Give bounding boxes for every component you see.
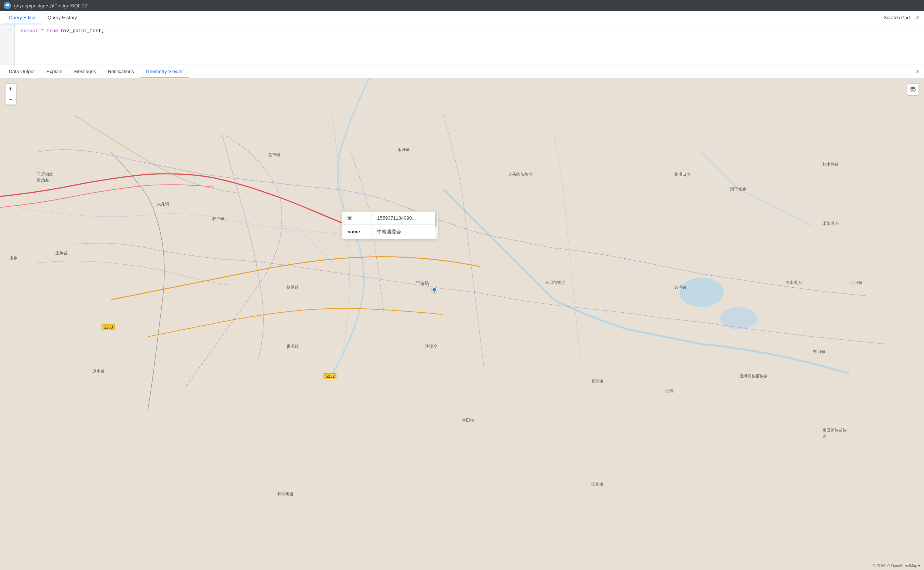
app-icon	[4, 2, 11, 9]
svg-point-4	[680, 277, 724, 307]
keyword-select: select	[21, 28, 38, 34]
map-popup: id 1559371184090... name 中寨居委会	[342, 211, 438, 239]
popup-scrollbar-thumb	[435, 212, 437, 227]
btab-messages[interactable]: Messages	[68, 65, 102, 78]
query-editor-panel: 1 select * from biz_point_test;	[0, 25, 924, 65]
scratch-pad-label[interactable]: Scratch Pad	[879, 15, 915, 20]
keyword-from: from	[46, 28, 58, 34]
zoom-out-button[interactable]: −	[6, 94, 16, 104]
geometry-viewer-close[interactable]: ×	[914, 67, 921, 75]
zoom-in-button[interactable]: +	[6, 84, 16, 94]
btab-data-output[interactable]: Data Output	[3, 65, 41, 78]
svg-rect-3	[0, 78, 924, 570]
popup-name-label: name	[342, 224, 372, 239]
btab-geometry-viewer[interactable]: Geometry Viewer	[140, 65, 189, 78]
map-marker[interactable]	[432, 287, 437, 293]
layers-icon	[910, 86, 916, 93]
tab-query-editor[interactable]: Query Editor	[3, 11, 42, 25]
attribution-text: © GDAL	[873, 564, 887, 568]
svg-point-5	[720, 307, 757, 329]
marker-dot	[432, 287, 437, 293]
btab-notifications[interactable]: Notifications	[102, 65, 140, 78]
popup-table: id 1559371184090... name 中寨居委会	[342, 211, 437, 239]
btab-explain[interactable]: Explain	[41, 65, 68, 78]
popup-scrollbar[interactable]	[435, 211, 437, 239]
map-container[interactable]: 玉屏侗族自治县 玉屏县 大龙镇 林冲镇 鱼市镇 步头降苗族乡 禾滩镇 梨溪口乡 …	[0, 78, 924, 570]
tab-query-history[interactable]: Query History	[42, 11, 83, 25]
zoom-controls: + −	[5, 83, 16, 105]
scratch-pad-close[interactable]: ×	[914, 14, 921, 21]
map-svg	[0, 78, 924, 570]
popup-name-value: 中寨居委会	[372, 224, 437, 239]
sql-code[interactable]: select * from biz_point_test;	[15, 25, 924, 64]
title-text: ghyapp/postgres@PostgreSQL 12	[14, 3, 87, 9]
layers-button[interactable]	[907, 83, 919, 95]
bottom-tab-bar: Data Output Explain Messages Notificatio…	[0, 65, 924, 78]
popup-row-name: name 中寨居委会	[342, 224, 437, 239]
attribution-osm: © OpenStreetMap ♥	[887, 564, 920, 568]
layers-control	[907, 83, 919, 95]
title-bar: ghyapp/postgres@PostgreSQL 12	[0, 0, 924, 11]
popup-row-id: id 1559371184090...	[342, 211, 437, 225]
popup-id-value: 1559371184090...	[372, 211, 437, 225]
popup-id-label: id	[342, 211, 372, 225]
top-tab-bar: Query Editor Query History Scratch Pad ×	[0, 11, 924, 25]
line-numbers: 1	[0, 25, 15, 64]
map-attribution: © GDAL © OpenStreetMap ♥	[873, 564, 920, 568]
